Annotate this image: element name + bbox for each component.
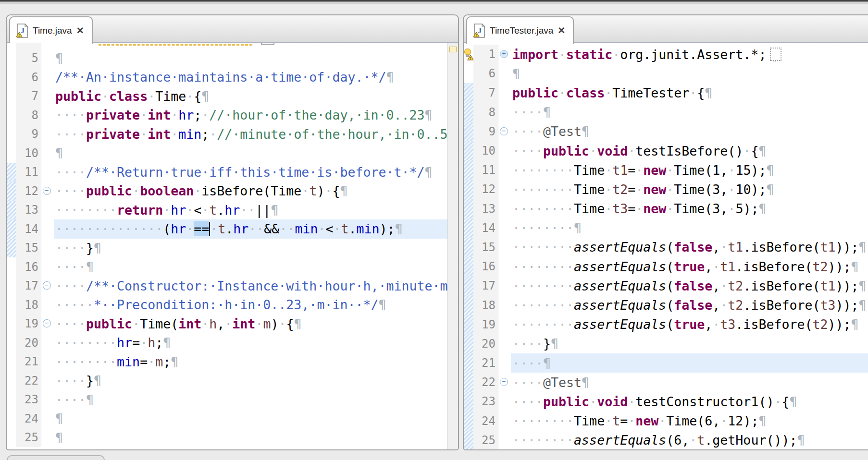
code-text[interactable]: ········¶ bbox=[511, 218, 868, 238]
code-text[interactable]: ¶ bbox=[54, 428, 448, 448]
change-indicator[interactable] bbox=[464, 160, 473, 180]
code-text[interactable]: ········assertEquals(false,·t2.isBefore(… bbox=[511, 276, 868, 295]
change-indicator[interactable] bbox=[464, 141, 473, 160]
line-number[interactable]: 14 bbox=[16, 219, 41, 239]
line-number[interactable]: 7 bbox=[16, 87, 41, 106]
current-line-text[interactable]: ··············(hr·==·t.hr··&&··min·<·t.m… bbox=[54, 219, 448, 239]
change-indicator[interactable] bbox=[464, 103, 473, 122]
line-number[interactable]: 22 bbox=[16, 371, 41, 390]
code-text[interactable]: ····}¶ bbox=[54, 371, 448, 390]
code-text[interactable]: ·····*··Precondition:·h·in·0..23,·m·in··… bbox=[54, 295, 448, 315]
gutter-annotation[interactable] bbox=[7, 49, 16, 68]
line-number[interactable]: 14 bbox=[473, 218, 498, 238]
warning-marker[interactable] bbox=[449, 47, 457, 52]
line-number[interactable]: 21 bbox=[473, 353, 498, 373]
overview-ruler[interactable] bbox=[447, 43, 458, 450]
change-indicator[interactable] bbox=[7, 201, 16, 220]
change-indicator[interactable] bbox=[7, 182, 16, 201]
code-text[interactable]: ····¶ bbox=[511, 103, 868, 122]
code-text[interactable]: public·class·TimeTester·{¶ bbox=[511, 83, 868, 102]
line-number[interactable]: 18 bbox=[473, 295, 498, 315]
gutter-annotation[interactable] bbox=[7, 68, 16, 87]
line-number[interactable]: 12 bbox=[16, 182, 41, 201]
line-number[interactable]: 15 bbox=[473, 238, 498, 257]
line-number[interactable]: 7 bbox=[473, 83, 498, 102]
code-text[interactable]: ····/**·Constructor:·Instance·with·hour·… bbox=[54, 277, 448, 296]
code-text[interactable]: ····public·boolean·isBefore(Time·t)·{¶ bbox=[54, 182, 448, 201]
change-indicator[interactable] bbox=[464, 276, 473, 295]
collapse-fold-icon[interactable]: − bbox=[500, 378, 508, 386]
code-text[interactable]: ¶ bbox=[54, 409, 448, 428]
line-number[interactable] bbox=[16, 43, 41, 49]
gutter-annotation[interactable] bbox=[7, 87, 16, 106]
code-text[interactable]: ········Time·t=·new·Time(6,·12);¶ bbox=[511, 412, 868, 431]
line-number[interactable]: 9 bbox=[473, 122, 498, 141]
line-number[interactable]: 25 bbox=[16, 428, 41, 448]
change-indicator[interactable] bbox=[464, 83, 473, 102]
line-number[interactable]: 23 bbox=[473, 392, 498, 411]
code-text[interactable]: /**·An·instance·maintains·a·time·of·day.… bbox=[54, 68, 448, 87]
code-text[interactable]: ····@Test¶ bbox=[511, 373, 868, 392]
change-indicator[interactable] bbox=[464, 392, 473, 411]
line-number[interactable]: 8 bbox=[16, 106, 41, 125]
line-number[interactable]: 22 bbox=[473, 373, 498, 392]
code-text[interactable]: ¶ bbox=[511, 64, 868, 83]
gutter-annotation[interactable] bbox=[7, 277, 16, 296]
code-text[interactable]: ····public·Time(int·h,·int·m)·{¶ bbox=[54, 315, 448, 334]
gutter-annotation[interactable] bbox=[464, 64, 473, 83]
code-text[interactable]: ···· bbox=[54, 43, 448, 49]
change-indicator[interactable] bbox=[464, 431, 473, 450]
change-indicator[interactable] bbox=[464, 373, 473, 392]
code-text[interactable]: ········assertEquals(6,·t.getHour());¶ bbox=[511, 431, 868, 450]
code-text[interactable]: ····/**·Return·true·iff·this·time·is·bef… bbox=[54, 163, 448, 182]
gutter-annotation[interactable] bbox=[7, 371, 16, 390]
code-text[interactable]: ········Time·t2=·new·Time(3,·10);¶ bbox=[511, 180, 868, 199]
change-indicator[interactable] bbox=[464, 412, 473, 431]
line-number[interactable]: 15 bbox=[16, 239, 41, 258]
timetester-editor[interactable]: ! 1+import·static·org.junit.Assert.*;6¶7… bbox=[464, 43, 868, 450]
line-number[interactable]: 21 bbox=[16, 352, 41, 372]
gutter-annotation[interactable]: ! bbox=[464, 45, 473, 64]
code-text[interactable]: ····}¶ bbox=[511, 334, 868, 353]
collapse-fold-icon[interactable]: − bbox=[43, 187, 51, 195]
line-number[interactable]: 23 bbox=[16, 390, 41, 410]
gutter-annotation[interactable] bbox=[7, 144, 16, 163]
line-number[interactable]: 10 bbox=[16, 144, 41, 163]
code-text[interactable]: public·class·Time·{¶ bbox=[54, 87, 448, 106]
code-text[interactable]: ¶ bbox=[54, 144, 448, 163]
current-line-text[interactable]: ····¶ bbox=[511, 353, 868, 373]
line-number[interactable]: 13 bbox=[16, 201, 41, 220]
line-number[interactable]: 1 bbox=[473, 45, 498, 64]
change-indicator[interactable] bbox=[464, 180, 473, 199]
change-indicator[interactable] bbox=[464, 257, 473, 276]
line-number[interactable]: 25 bbox=[473, 431, 498, 450]
change-indicator[interactable] bbox=[464, 238, 473, 257]
line-number[interactable]: 6 bbox=[473, 64, 498, 83]
change-indicator[interactable] bbox=[7, 219, 16, 239]
gutter-annotation[interactable] bbox=[7, 257, 16, 277]
change-indicator[interactable] bbox=[464, 122, 473, 141]
tab-time-java[interactable]: J ! Time.java ✕ bbox=[9, 16, 93, 44]
change-indicator[interactable] bbox=[7, 239, 16, 258]
line-number[interactable]: 20 bbox=[16, 333, 41, 352]
line-number[interactable]: 8 bbox=[473, 103, 498, 122]
gutter-annotation[interactable] bbox=[7, 333, 16, 352]
folded-region-box[interactable] bbox=[770, 48, 781, 61]
line-number[interactable]: 11 bbox=[473, 160, 498, 180]
gutter-annotation[interactable] bbox=[7, 106, 16, 125]
line-number[interactable]: 19 bbox=[16, 315, 41, 334]
code-text[interactable]: ¶ bbox=[54, 49, 448, 68]
gutter-annotation[interactable] bbox=[7, 428, 16, 448]
change-indicator[interactable] bbox=[464, 315, 473, 334]
line-number[interactable]: 10 bbox=[473, 141, 498, 160]
code-text[interactable]: ····public·void·testConstructor1()·{¶ bbox=[511, 392, 868, 411]
tab-timetester-java[interactable]: J ! TimeTester.java ✕ bbox=[466, 16, 574, 44]
collapse-fold-icon[interactable]: − bbox=[500, 127, 508, 135]
line-number[interactable]: 17 bbox=[16, 277, 41, 296]
code-text[interactable]: ········Time·t3=·new·Time(3,·5);¶ bbox=[511, 199, 868, 218]
code-text[interactable]: ········assertEquals(true,·t1.isBefore(t… bbox=[511, 257, 868, 276]
code-text[interactable]: ········assertEquals(true,·t3.isBefore(t… bbox=[511, 315, 868, 334]
line-number[interactable]: 16 bbox=[16, 257, 41, 277]
collapse-fold-icon[interactable]: − bbox=[43, 319, 51, 327]
change-indicator[interactable] bbox=[464, 353, 473, 373]
